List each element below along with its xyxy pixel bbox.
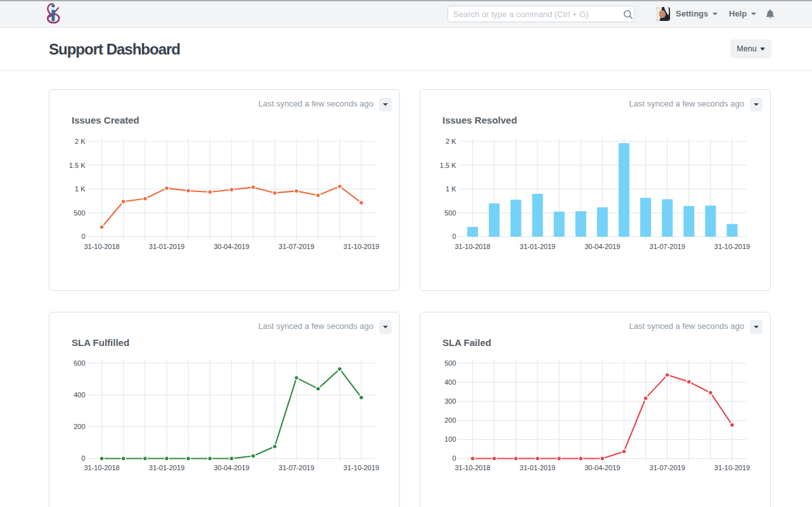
svg-text:31-10-2019: 31-10-2019	[344, 243, 379, 250]
svg-text:31-07-2019: 31-07-2019	[279, 464, 314, 472]
svg-text:31-10-2019: 31-10-2019	[344, 464, 379, 472]
svg-text:1.5 K: 1.5 K	[440, 162, 456, 169]
svg-text:31-01-2019: 31-01-2019	[149, 243, 184, 250]
svg-text:300: 300	[444, 397, 456, 405]
svg-text:200: 200	[74, 423, 85, 430]
svg-text:0: 0	[452, 454, 456, 462]
svg-text:31-10-2019: 31-10-2019	[714, 243, 750, 250]
svg-text:100: 100	[444, 435, 456, 443]
svg-text:1 K: 1 K	[75, 185, 86, 193]
svg-text:30-04-2019: 30-04-2019	[214, 243, 249, 250]
svg-text:31-01-2019: 31-01-2019	[520, 243, 555, 250]
svg-text:31-10-2018: 31-10-2018	[84, 243, 119, 250]
svg-text:500: 500	[444, 209, 456, 217]
svg-text:31-07-2019: 31-07-2019	[650, 243, 685, 250]
svg-text:1 K: 1 K	[446, 185, 456, 193]
svg-text:200: 200	[444, 416, 456, 424]
svg-text:0: 0	[81, 454, 85, 462]
svg-text:31-07-2019: 31-07-2019	[279, 243, 314, 250]
svg-text:30-04-2019: 30-04-2019	[584, 464, 620, 472]
svg-text:30-04-2019: 30-04-2019	[214, 464, 249, 472]
svg-text:31-01-2019: 31-01-2019	[149, 464, 184, 472]
svg-text:31-01-2019: 31-01-2019	[520, 464, 555, 472]
svg-text:400: 400	[444, 378, 456, 386]
svg-text:0: 0	[452, 233, 456, 240]
svg-text:400: 400	[74, 391, 85, 399]
svg-text:31-10-2018: 31-10-2018	[454, 464, 490, 472]
svg-text:2 K: 2 K	[75, 138, 86, 145]
svg-text:600: 600	[74, 359, 85, 367]
svg-text:30-04-2019: 30-04-2019	[584, 243, 620, 250]
svg-text:31-10-2018: 31-10-2018	[454, 243, 490, 250]
svg-text:500: 500	[74, 209, 85, 217]
svg-text:31-10-2019: 31-10-2019	[714, 464, 750, 472]
svg-text:2 K: 2 K	[446, 138, 456, 145]
svg-text:31-07-2019: 31-07-2019	[650, 464, 685, 472]
svg-text:31-10-2018: 31-10-2018	[84, 464, 119, 472]
svg-text:0: 0	[81, 233, 85, 240]
svg-text:1.5 K: 1.5 K	[69, 162, 86, 169]
svg-text:500: 500	[444, 359, 456, 367]
